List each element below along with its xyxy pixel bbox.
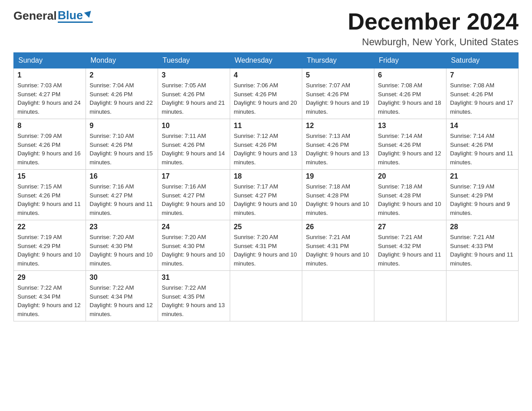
- day-info: Sunrise: 7:16 AMSunset: 4:27 PMDaylight:…: [90, 182, 154, 217]
- calendar-cell: [230, 271, 302, 321]
- page-title: December 2024: [348, 9, 519, 34]
- day-number: 24: [162, 223, 226, 231]
- calendar-cell: 31Sunrise: 7:22 AMSunset: 4:35 PMDayligh…: [158, 271, 230, 321]
- calendar-cell: [374, 271, 446, 321]
- day-of-week-header: Saturday: [446, 53, 519, 68]
- day-info: Sunrise: 7:15 AMSunset: 4:26 PMDaylight:…: [17, 182, 82, 217]
- day-info: Sunrise: 7:14 AMSunset: 4:26 PMDaylight:…: [378, 132, 442, 167]
- day-info: Sunrise: 7:11 AMSunset: 4:26 PMDaylight:…: [162, 132, 226, 167]
- calendar-cell: 5Sunrise: 7:07 AMSunset: 4:26 PMDaylight…: [302, 68, 374, 119]
- calendar-week-row: 22Sunrise: 7:19 AMSunset: 4:29 PMDayligh…: [14, 220, 519, 271]
- day-info: Sunrise: 7:12 AMSunset: 4:26 PMDaylight:…: [234, 132, 298, 167]
- calendar-cell: 7Sunrise: 7:08 AMSunset: 4:26 PMDaylight…: [446, 68, 519, 119]
- calendar-cell: 4Sunrise: 7:06 AMSunset: 4:26 PMDaylight…: [230, 68, 302, 119]
- day-info: Sunrise: 7:20 AMSunset: 4:31 PMDaylight:…: [234, 233, 298, 268]
- day-number: 28: [450, 223, 515, 231]
- day-number: 18: [234, 172, 298, 180]
- calendar-cell: 24Sunrise: 7:20 AMSunset: 4:30 PMDayligh…: [158, 220, 230, 271]
- day-number: 6: [378, 71, 442, 79]
- calendar-cell: 25Sunrise: 7:20 AMSunset: 4:31 PMDayligh…: [230, 220, 302, 271]
- day-info: Sunrise: 7:03 AMSunset: 4:27 PMDaylight:…: [17, 81, 82, 116]
- calendar-cell: 15Sunrise: 7:15 AMSunset: 4:26 PMDayligh…: [14, 170, 86, 220]
- calendar-cell: 19Sunrise: 7:18 AMSunset: 4:28 PMDayligh…: [302, 170, 374, 220]
- day-number: 7: [450, 71, 515, 79]
- day-number: 20: [378, 172, 442, 180]
- day-number: 2: [90, 71, 154, 79]
- day-info: Sunrise: 7:18 AMSunset: 4:28 PMDaylight:…: [378, 182, 442, 217]
- logo-general-text: General: [13, 9, 57, 23]
- calendar-cell: 28Sunrise: 7:21 AMSunset: 4:33 PMDayligh…: [446, 220, 519, 271]
- calendar-cell: 20Sunrise: 7:18 AMSunset: 4:28 PMDayligh…: [374, 170, 446, 220]
- day-number: 25: [234, 223, 298, 231]
- calendar-cell: 13Sunrise: 7:14 AMSunset: 4:26 PMDayligh…: [374, 119, 446, 170]
- day-of-week-header: Sunday: [14, 53, 86, 68]
- day-number: 21: [450, 172, 515, 180]
- day-info: Sunrise: 7:09 AMSunset: 4:26 PMDaylight:…: [17, 132, 82, 167]
- calendar-cell: [446, 271, 519, 321]
- logo-blue-part: Blue: [58, 9, 93, 23]
- calendar-cell: 8Sunrise: 7:09 AMSunset: 4:26 PMDaylight…: [14, 119, 86, 170]
- calendar-cell: 6Sunrise: 7:08 AMSunset: 4:26 PMDaylight…: [374, 68, 446, 119]
- day-of-week-header: Wednesday: [230, 53, 302, 68]
- day-info: Sunrise: 7:20 AMSunset: 4:30 PMDaylight:…: [162, 233, 226, 268]
- day-info: Sunrise: 7:05 AMSunset: 4:26 PMDaylight:…: [162, 81, 226, 116]
- days-of-week-row: SundayMondayTuesdayWednesdayThursdayFrid…: [14, 53, 519, 68]
- calendar-cell: 10Sunrise: 7:11 AMSunset: 4:26 PMDayligh…: [158, 119, 230, 170]
- day-info: Sunrise: 7:21 AMSunset: 4:32 PMDaylight:…: [378, 233, 442, 268]
- calendar-cell: 1Sunrise: 7:03 AMSunset: 4:27 PMDaylight…: [14, 68, 86, 119]
- calendar-cell: 11Sunrise: 7:12 AMSunset: 4:26 PMDayligh…: [230, 119, 302, 170]
- day-number: 4: [234, 71, 298, 79]
- day-number: 16: [90, 172, 154, 180]
- calendar-cell: 23Sunrise: 7:20 AMSunset: 4:30 PMDayligh…: [86, 220, 158, 271]
- day-number: 19: [306, 172, 370, 180]
- day-number: 8: [17, 122, 82, 130]
- title-section: December 2024 Newburgh, New York, United…: [348, 9, 519, 48]
- day-info: Sunrise: 7:13 AMSunset: 4:26 PMDaylight:…: [306, 132, 370, 167]
- logo-underline: [58, 21, 93, 23]
- calendar-week-row: 15Sunrise: 7:15 AMSunset: 4:26 PMDayligh…: [14, 170, 519, 220]
- calendar-week-row: 8Sunrise: 7:09 AMSunset: 4:26 PMDaylight…: [14, 119, 519, 170]
- logo: General Blue: [13, 9, 93, 23]
- day-number: 10: [162, 122, 226, 130]
- day-of-week-header: Monday: [86, 53, 158, 68]
- calendar-cell: 16Sunrise: 7:16 AMSunset: 4:27 PMDayligh…: [86, 170, 158, 220]
- day-info: Sunrise: 7:07 AMSunset: 4:26 PMDaylight:…: [306, 81, 370, 116]
- calendar-cell: 17Sunrise: 7:16 AMSunset: 4:27 PMDayligh…: [158, 170, 230, 220]
- day-info: Sunrise: 7:22 AMSunset: 4:34 PMDaylight:…: [17, 283, 82, 318]
- day-number: 29: [17, 274, 82, 282]
- day-number: 30: [90, 274, 154, 282]
- day-info: Sunrise: 7:21 AMSunset: 4:31 PMDaylight:…: [306, 233, 370, 268]
- day-info: Sunrise: 7:19 AMSunset: 4:29 PMDaylight:…: [450, 182, 515, 217]
- day-number: 15: [17, 172, 82, 180]
- day-info: Sunrise: 7:06 AMSunset: 4:26 PMDaylight:…: [234, 81, 298, 116]
- day-info: Sunrise: 7:19 AMSunset: 4:29 PMDaylight:…: [17, 233, 82, 268]
- day-of-week-header: Tuesday: [158, 53, 230, 68]
- calendar-cell: 2Sunrise: 7:04 AMSunset: 4:26 PMDaylight…: [86, 68, 158, 119]
- day-number: 9: [90, 122, 154, 130]
- calendar-cell: 22Sunrise: 7:19 AMSunset: 4:29 PMDayligh…: [14, 220, 86, 271]
- day-number: 31: [162, 274, 226, 282]
- day-of-week-header: Thursday: [302, 53, 374, 68]
- calendar-table: SundayMondayTuesdayWednesdayThursdayFrid…: [13, 52, 519, 321]
- day-info: Sunrise: 7:21 AMSunset: 4:33 PMDaylight:…: [450, 233, 515, 268]
- day-info: Sunrise: 7:20 AMSunset: 4:30 PMDaylight:…: [90, 233, 154, 268]
- day-number: 13: [378, 122, 442, 130]
- day-number: 11: [234, 122, 298, 130]
- day-number: 27: [378, 223, 442, 231]
- day-of-week-header: Friday: [374, 53, 446, 68]
- day-info: Sunrise: 7:04 AMSunset: 4:26 PMDaylight:…: [90, 81, 154, 116]
- day-number: 26: [306, 223, 370, 231]
- day-number: 1: [17, 71, 82, 79]
- calendar-cell: [302, 271, 374, 321]
- day-number: 14: [450, 122, 515, 130]
- day-number: 22: [17, 223, 82, 231]
- day-info: Sunrise: 7:22 AMSunset: 4:35 PMDaylight:…: [162, 283, 226, 318]
- calendar-body: 1Sunrise: 7:03 AMSunset: 4:27 PMDaylight…: [14, 68, 519, 321]
- day-number: 23: [90, 223, 154, 231]
- day-info: Sunrise: 7:08 AMSunset: 4:26 PMDaylight:…: [450, 81, 515, 116]
- logo-triangle-icon: [84, 10, 93, 19]
- calendar-cell: 12Sunrise: 7:13 AMSunset: 4:26 PMDayligh…: [302, 119, 374, 170]
- day-number: 17: [162, 172, 226, 180]
- calendar-cell: 14Sunrise: 7:14 AMSunset: 4:26 PMDayligh…: [446, 119, 519, 170]
- calendar-week-row: 1Sunrise: 7:03 AMSunset: 4:27 PMDaylight…: [14, 68, 519, 119]
